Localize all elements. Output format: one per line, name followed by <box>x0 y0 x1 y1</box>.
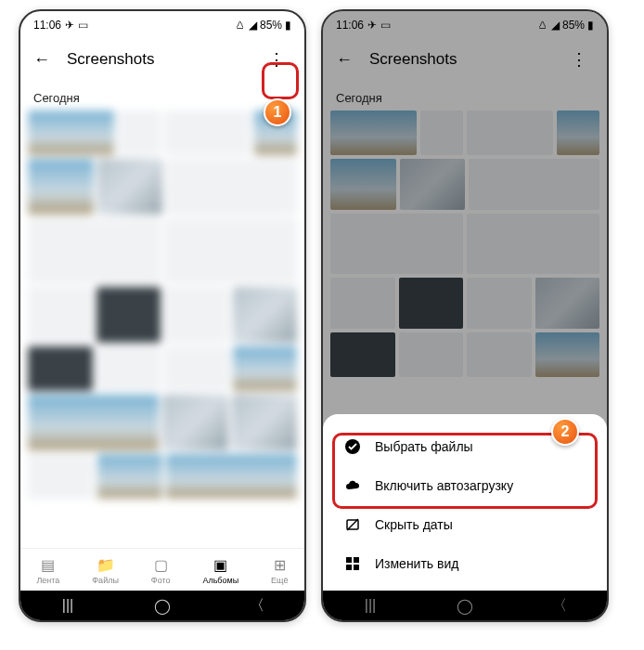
more-icon: ⊞ <box>274 556 286 574</box>
sys-back[interactable]: 〈 <box>249 597 265 614</box>
photo-icon: ▢ <box>154 556 168 574</box>
more-menu-button[interactable]: ⋮ <box>262 45 291 74</box>
phone-left: 11:06 ✈ ▭ ⩟ ◢ 85% ▮ ← Screenshots ⋮ 1 Се… <box>19 9 306 622</box>
battery-icon: ▮ <box>285 19 291 32</box>
phone-right: 11:06 ✈ ▭ ⩟ ◢ 85% ▮ ← Screenshots ⋮ Сего… <box>321 9 609 622</box>
page-title: Screenshots <box>67 50 245 69</box>
nav-photo[interactable]: ▢Фото <box>151 556 171 585</box>
wifi-icon: ⩟ <box>235 19 246 32</box>
nav-albums[interactable]: ▣Альбомы <box>202 556 238 585</box>
sheet-label: Выбрать файлы <box>375 439 473 454</box>
sheet-label: Скрыть даты <box>375 517 453 532</box>
signal-icon: ◢ <box>249 19 257 32</box>
feed-icon: ▤ <box>41 556 55 574</box>
albums-icon: ▣ <box>213 556 227 574</box>
sys-home[interactable]: ◯ <box>154 597 171 614</box>
sheet-label: Изменить вид <box>375 556 458 571</box>
sheet-label: Включить автозагрузку <box>375 478 513 493</box>
hide-icon <box>343 515 362 534</box>
badge-1: 1 <box>264 98 291 126</box>
sys-recent[interactable]: ||| <box>59 597 76 614</box>
status-time: 11:06 <box>33 19 61 32</box>
bottom-nav: ▤Лента 📁Файлы ▢Фото ▣Альбомы ⊞Ещё <box>20 548 304 591</box>
cloud-icon <box>343 476 362 495</box>
message-icon: ▭ <box>78 19 88 32</box>
sheet-change-view[interactable]: Изменить вид <box>323 544 607 583</box>
svg-rect-5 <box>346 565 352 570</box>
svg-line-2 <box>347 519 358 530</box>
sheet-hide-dates[interactable]: Скрыть даты <box>323 505 607 544</box>
section-today: Сегодня <box>20 84 304 110</box>
svg-rect-3 <box>346 557 352 563</box>
photo-grid[interactable] <box>20 110 304 510</box>
svg-rect-6 <box>354 565 359 570</box>
back-button[interactable]: ← <box>33 50 50 70</box>
nav-more[interactable]: ⊞Ещё <box>271 556 288 585</box>
grid-icon <box>343 554 362 573</box>
folder-icon: 📁 <box>97 556 115 574</box>
svg-rect-4 <box>354 557 359 563</box>
check-circle-icon <box>343 437 362 456</box>
send-icon: ✈ <box>65 19 74 32</box>
nav-files[interactable]: 📁Файлы <box>92 556 119 585</box>
nav-feed[interactable]: ▤Лента <box>36 556 59 585</box>
badge-2: 2 <box>551 418 579 446</box>
system-nav: ||| ◯ 〈 <box>20 591 304 620</box>
sheet-enable-autoload[interactable]: Включить автозагрузку <box>323 466 607 505</box>
battery-text: 85% <box>260 19 282 32</box>
header: ← Screenshots ⋮ <box>20 35 304 84</box>
status-bar: 11:06 ✈ ▭ ⩟ ◢ 85% ▮ <box>20 11 304 35</box>
